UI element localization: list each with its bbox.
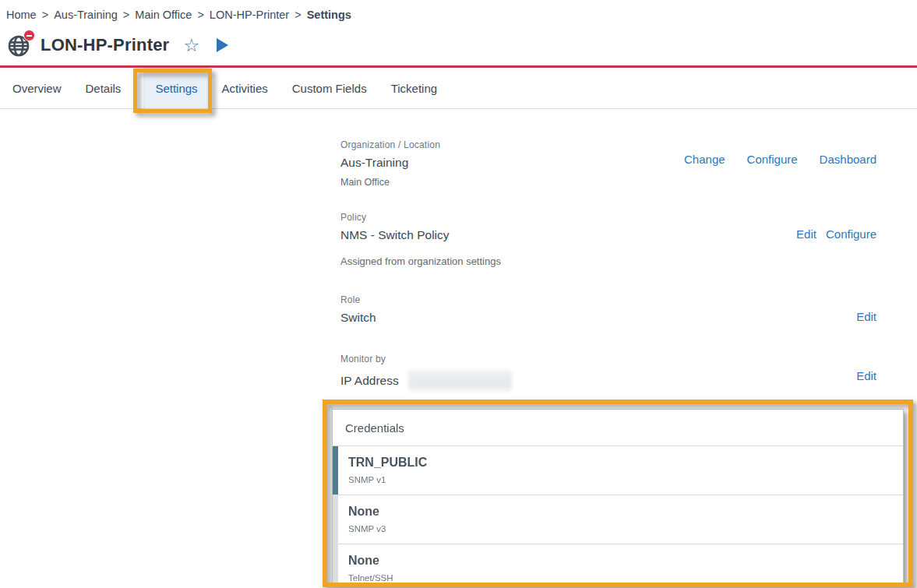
credentials-card-title: Credentials [333, 410, 903, 446]
play-button-icon[interactable] [217, 38, 228, 52]
credential-name: None [348, 554, 891, 568]
monitor-by-value: IP Address [340, 374, 399, 388]
breadcrumb-separator: > [123, 9, 129, 21]
change-link[interactable]: Change [684, 153, 725, 166]
tab-bar: Overview Details Settings Activities Cus… [0, 68, 917, 109]
organization-label: Organization / Location [340, 139, 876, 150]
credential-type: SNMP v3 [348, 524, 891, 533]
location-value: Main Office [340, 177, 876, 188]
breadcrumb-item-location[interactable]: Main Office [135, 9, 192, 21]
tab-activities[interactable]: Activities [221, 68, 269, 108]
credential-item-snmp-v3[interactable]: None SNMP v3 [333, 495, 903, 544]
redacted-ip-address [408, 370, 512, 391]
tab-details[interactable]: Details [85, 68, 122, 108]
credentials-card: Credentials TRN_PUBLIC SNMP v1 None SNMP… [332, 409, 904, 587]
breadcrumb-item-organization[interactable]: Aus-Training [54, 9, 118, 21]
favorite-star-icon[interactable]: ☆ [183, 37, 199, 55]
monitor-by-label: Monitor by [340, 354, 876, 364]
device-title-row: LON-HP-Printer ☆ [6, 33, 228, 58]
policy-row: Policy NMS - Switch Policy Assigned from… [340, 212, 876, 267]
role-label: Role [340, 294, 876, 305]
credential-type: Telnet/SSH [348, 573, 891, 583]
organization-location-row: Organization / Location Aus-Training Mai… [340, 139, 876, 188]
monitor-by-row: Monitor by IP Address Edit [340, 354, 876, 391]
credential-name: TRN_PUBLIC [348, 456, 891, 470]
breadcrumb-separator: > [294, 9, 301, 21]
credential-accent-bar [333, 495, 338, 544]
tab-settings[interactable]: Settings [143, 68, 209, 108]
offline-status-badge-icon [23, 30, 35, 41]
tab-ticketing[interactable]: Ticketing [390, 68, 438, 108]
credential-accent-bar [333, 446, 338, 495]
role-value: Switch [340, 311, 876, 325]
tab-overview[interactable]: Overview [12, 68, 62, 108]
page-title: LON-HP-Printer [41, 35, 169, 55]
monitor-edit-link[interactable]: Edit [856, 369, 876, 382]
credentials-highlight-annotation: Credentials TRN_PUBLIC SNMP v1 None SNMP… [323, 400, 913, 587]
credential-name: None [348, 505, 891, 519]
policy-configure-link[interactable]: Configure [826, 227, 876, 241]
role-edit-link[interactable]: Edit [856, 310, 876, 323]
breadcrumb-item-current: Settings [307, 9, 351, 21]
credential-type: SNMP v1 [348, 475, 891, 484]
policy-label: Policy [340, 212, 876, 223]
configure-link[interactable]: Configure [747, 153, 798, 166]
device-settings-page: Home > Aus-Training > Main Office > LON-… [0, 0, 917, 588]
breadcrumb-item-device[interactable]: LON-HP-Printer [210, 9, 289, 21]
role-row: Role Switch Edit [340, 294, 876, 325]
breadcrumb-item-home[interactable]: Home [6, 9, 37, 21]
breadcrumb-separator: > [42, 9, 48, 21]
credential-accent-bar [333, 544, 338, 587]
policy-edit-link[interactable]: Edit [796, 227, 816, 241]
tab-custom-fields[interactable]: Custom Fields [291, 68, 368, 108]
policy-note: Assigned from organization settings [340, 255, 876, 267]
breadcrumb: Home > Aus-Training > Main Office > LON-… [6, 9, 351, 21]
globe-icon [6, 33, 31, 58]
credential-item-snmp-v1[interactable]: TRN_PUBLIC SNMP v1 [333, 446, 903, 495]
credential-item-telnet-ssh[interactable]: None Telnet/SSH [333, 544, 903, 587]
dashboard-link[interactable]: Dashboard [820, 153, 876, 166]
breadcrumb-separator: > [197, 9, 203, 21]
